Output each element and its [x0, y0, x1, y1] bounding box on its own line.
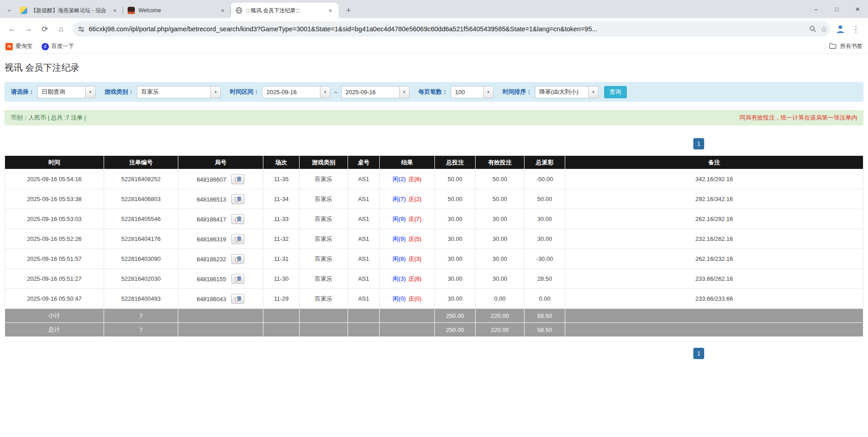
new-tab-button[interactable]: +	[342, 4, 355, 17]
home-button[interactable]: ⌂	[53, 21, 69, 37]
close-window-button[interactable]: ✕	[847, 0, 868, 18]
tab-close-icon[interactable]: ✕	[327, 7, 334, 14]
view-result-button[interactable]	[231, 254, 244, 264]
cell-bet-id: 522816405546	[104, 209, 178, 229]
bet-records-page: 视讯 会员下注纪录 请选择： 日期查询 ▾ 游戏类别： 百家乐 ▾ 时间区间： …	[0, 53, 868, 360]
per-page-select[interactable]: 100 ▾	[451, 86, 494, 98]
cell-total-bet[interactable]: 50.00	[435, 189, 476, 209]
game-type-value[interactable]: 百家乐	[137, 86, 210, 98]
cell-payout: -30.00	[525, 249, 565, 269]
view-result-button[interactable]	[231, 274, 244, 284]
result-banker: 庄(0)	[409, 295, 422, 302]
cell-round-id: 648186155	[178, 269, 263, 289]
cell-time: 2025-09-16 05:54:16	[5, 169, 104, 189]
empty-cell	[263, 323, 300, 337]
tab-search-chevron-icon[interactable]: ⌄	[3, 0, 15, 18]
cell-valid-bet: 30.00	[476, 209, 525, 229]
chevron-down-icon[interactable]: ▾	[399, 86, 410, 98]
cell-total-bet[interactable]: 50.00	[435, 169, 476, 189]
subtotal-payout: 58.50	[525, 309, 565, 323]
empty-cell	[380, 309, 435, 323]
zoom-icon[interactable]	[809, 25, 816, 33]
sort-value[interactable]: 降幂(由大到小)	[535, 86, 588, 98]
all-bookmarks[interactable]: 所有书签	[825, 43, 863, 50]
empty-cell	[348, 309, 380, 323]
result-banker: 庄(6)	[409, 176, 422, 182]
empty-cell	[300, 323, 348, 337]
cell-result: 闲(2)庄(6)	[380, 169, 435, 189]
cell-result: 闲(9)庄(7)	[380, 209, 435, 229]
filter-bar: 请选择： 日期查询 ▾ 游戏类别： 百家乐 ▾ 时间区间： 2025-09-16…	[5, 82, 863, 102]
table-row: 2025-09-16 05:53:03 522816405546 6481864…	[5, 209, 863, 229]
cell-round-id: 648186043	[178, 289, 263, 309]
profile-avatar[interactable]	[834, 22, 847, 36]
address-bar[interactable]: 66cxkj98.com/ipl/portal.php/game/betreco…	[72, 21, 830, 37]
cell-total-bet[interactable]: 30.00	[435, 289, 476, 309]
bookmark-baidu[interactable]: d 百度一下	[42, 43, 74, 50]
cell-total-bet[interactable]: 30.00	[435, 249, 476, 269]
bookmark-star-icon[interactable]: ☆	[820, 24, 827, 34]
date-to-value[interactable]: 2025-09-16	[341, 86, 399, 98]
result-player: 闲(9)	[393, 216, 406, 222]
view-result-button[interactable]	[231, 294, 244, 304]
tab-welcome[interactable]: Welcome ✕	[123, 3, 231, 18]
tab-close-icon[interactable]: ✕	[219, 7, 226, 14]
result-player: 闲(2)	[393, 176, 406, 182]
back-button[interactable]: ←	[5, 21, 20, 37]
cell-bet-id: 522816404176	[104, 229, 178, 249]
query-type-value[interactable]: 日期查询	[37, 86, 85, 98]
tab-bet-records-active[interactable]: :::视讯 会员下注纪录::: ✕	[231, 3, 339, 18]
cell-game-type: 百家乐	[300, 229, 348, 249]
chevron-down-icon[interactable]: ▾	[320, 86, 330, 98]
total-row: 总计 7 250.00 220.00 58.50	[5, 323, 863, 337]
folder-icon	[829, 43, 836, 50]
page-1-button[interactable]: 1	[693, 348, 704, 359]
tab-forum[interactable]: 【新提醒】海燕策略论坛 - 综合 ✕	[15, 3, 123, 18]
per-page-value[interactable]: 100	[451, 86, 483, 98]
browser-menu-icon[interactable]: ⋮	[848, 21, 863, 37]
game-type-select[interactable]: 百家乐 ▾	[137, 86, 221, 98]
cell-session: 11-31	[263, 249, 300, 269]
tab-close-icon[interactable]: ✕	[111, 7, 119, 14]
date-to-select[interactable]: 2025-09-16 ▾	[341, 86, 410, 98]
minimize-button[interactable]: –	[806, 0, 826, 18]
reload-button[interactable]: ⟳	[37, 21, 52, 37]
chevron-down-icon[interactable]: ▾	[588, 86, 599, 98]
bookmarks-bar: 淘 爱淘宝 d 百度一下 所有书签	[0, 40, 868, 53]
header-total-bet: 总投注	[435, 156, 476, 169]
round-id-text: 648186417	[197, 216, 226, 222]
cell-total-bet[interactable]: 30.00	[435, 269, 476, 289]
cell-total-bet[interactable]: 30.00	[435, 229, 476, 249]
cell-note: 233.66/262.16	[565, 269, 863, 289]
empty-cell	[263, 309, 300, 323]
view-result-button[interactable]	[231, 214, 244, 224]
date-from-select[interactable]: 2025-09-16 ▾	[262, 86, 330, 98]
page-1-button[interactable]: 1	[693, 138, 704, 149]
cell-total-bet[interactable]: 30.00	[435, 209, 476, 229]
url-text[interactable]: 66cxkj98.com/ipl/portal.php/game/betreco…	[89, 25, 805, 33]
view-result-button[interactable]	[231, 234, 244, 244]
game-type-label: 游戏类别：	[105, 88, 134, 96]
bookmark-taobao[interactable]: 淘 爱淘宝	[5, 43, 33, 50]
view-result-button[interactable]	[231, 194, 244, 204]
site-info-icon[interactable]	[78, 26, 85, 33]
forward-button[interactable]: →	[21, 21, 36, 37]
view-result-button[interactable]	[231, 174, 244, 184]
maximize-button[interactable]: □	[826, 0, 847, 18]
cell-result: 闲(7)庄(2)	[380, 189, 435, 209]
date-from-value[interactable]: 2025-09-16	[262, 86, 320, 98]
chevron-down-icon[interactable]: ▾	[210, 86, 221, 98]
pagination-bottom: 1	[5, 348, 863, 360]
round-id-text: 648186155	[197, 275, 226, 282]
round-id-text: 648186232	[197, 255, 226, 262]
search-button[interactable]: 查询	[604, 86, 627, 98]
query-type-select[interactable]: 日期查询 ▾	[37, 86, 95, 98]
welcome-favicon-icon	[128, 7, 135, 14]
round-id-text: 648186043	[197, 295, 226, 302]
cell-valid-bet: 30.00	[476, 249, 525, 269]
result-banker: 庄(3)	[409, 255, 422, 262]
chevron-down-icon[interactable]: ▾	[85, 86, 95, 98]
cell-payout: 50.00	[525, 189, 565, 209]
chevron-down-icon[interactable]: ▾	[483, 86, 494, 98]
sort-select[interactable]: 降幂(由大到小) ▾	[535, 86, 599, 98]
